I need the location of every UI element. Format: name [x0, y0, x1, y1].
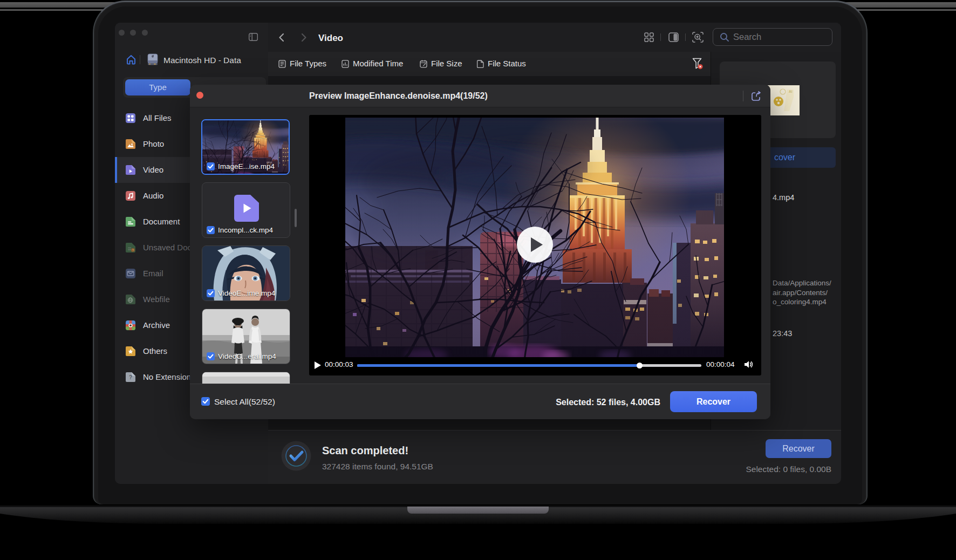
svg-text:?: ? — [129, 374, 132, 380]
svg-text:Ai: Ai — [789, 90, 793, 93]
